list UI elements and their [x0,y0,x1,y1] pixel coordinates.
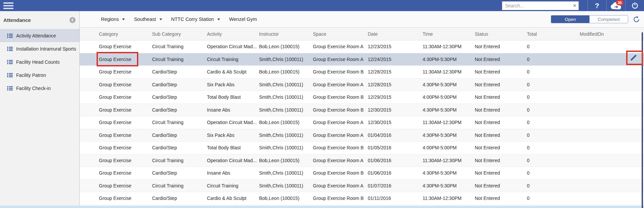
table-row[interactable]: Group ExerciseCircuit TrainingCircuit Tr… [80,180,644,192]
table-cell: 4:30PM-5:30PM [423,82,475,87]
column-header[interactable]: Sub Category [152,31,207,37]
breadcrumb-item[interactable]: Regions [101,17,125,22]
table-cell: Cardio/Step [152,107,207,113]
table-cell: Smith,Chris (100011) [259,57,313,62]
annotation-box-category [97,52,138,66]
table-cell: Six Pack Abs [207,82,259,87]
chevron-left-icon [69,17,76,23]
table-cell: 11:30AM-12:30PM [423,158,475,163]
table-cell: Group Exercise Room B [313,107,368,113]
table-row[interactable]: Group ExerciseCardio/StepInsane AbsSmith… [80,167,644,180]
table-row[interactable]: Group ExerciseCircuit TrainingCircuit Tr… [80,53,644,66]
power-button[interactable] [625,0,644,11]
list-icon [7,86,13,91]
filter-toolbar: Regions Southeast NTTC Corry Station Wen… [80,11,644,28]
completed-tab[interactable]: Completed [589,16,628,23]
table-row[interactable]: Group ExerciseCardio/StepTotal Body Blas… [80,142,644,154]
table-cell: 4:30PM-5:30PM [423,132,475,138]
table-cell: 4:30PM-5:30PM [423,183,475,188]
sidebar-item[interactable]: Facility Check-in [0,82,79,95]
table-cell: 11:30AM-12:30PM [423,196,475,201]
column-header[interactable]: Total [527,31,580,37]
table-cell: Group Exercise Room B [313,145,368,150]
list-icon [7,60,13,64]
table-row[interactable]: Group ExerciseCircuit TrainingOperation … [80,40,644,53]
table-row[interactable]: Group ExerciseCircuit TrainingOperation … [80,154,644,167]
breadcrumb-label: NTTC Corry Station [171,17,214,22]
table-cell: Not Entered [475,145,527,150]
table-cell: 01/07/2016 [368,183,423,188]
table-cell: 0 [527,170,580,176]
table-cell: Group Exercise [80,69,152,75]
sidebar-item[interactable]: Activity Attendance [0,29,79,42]
sidebar-item[interactable]: Facility Patron [0,68,79,82]
sidebar: Attendance Activity Attendance Installat… [0,11,79,208]
search-box: × [502,1,579,10]
table-cell: 0 [527,120,580,125]
column-header[interactable]: Time [423,31,475,37]
sidebar-item[interactable]: Facility Head Counts [0,55,79,68]
column-header[interactable]: Space [313,31,368,37]
table-cell: Group Exercise [80,145,152,150]
breadcrumb-item[interactable]: NTTC Corry Station [171,17,220,22]
table-cell: 4:00PM-5:00PM [423,145,475,150]
column-header[interactable]: Date [368,31,423,37]
column-header[interactable]: Status [475,31,527,37]
table-cell: 0 [527,158,580,163]
table-cell: Bob,Leon (100015) [259,158,313,163]
table-cell: Group Exercise [80,44,152,49]
table-cell: Circuit Training [152,44,207,49]
filter-breadcrumbs: Regions Southeast NTTC Corry Station Wen… [101,16,266,22]
table-row[interactable]: Group ExerciseCardio/StepCardio & Ab Scu… [80,66,644,79]
table-row[interactable]: Group ExerciseCardio/StepSix Pack AbsSmi… [80,79,644,91]
table-cell: Not Entered [475,132,527,138]
sidebar-item-label: Facility Check-in [16,86,51,91]
column-header[interactable]: ModifiedOn [580,31,644,37]
table-cell: 01/11/2016 [368,196,423,201]
list-icon [7,73,13,78]
edit-row-button[interactable] [629,53,638,63]
table-row[interactable]: Group ExerciseCardio/StepTotal Body Blas… [80,91,644,104]
horizontal-scrollbar[interactable] [0,206,644,208]
clear-search-icon[interactable]: × [573,2,576,9]
table-cell: Cardio/Step [152,69,207,75]
open-tab[interactable]: Open [551,16,589,23]
table-row[interactable]: Group ExerciseCardio/StepSix Pack AbsSmi… [80,129,644,142]
table-cell: 4:30PM-5:30PM [423,57,475,62]
help-button[interactable]: ? [587,0,606,11]
table-cell: Group Exercise Room A [313,158,368,163]
column-header[interactable]: Activity [207,31,259,37]
table-cell: Operation Circuit Mad... [207,120,259,125]
table-cell: 0 [527,145,580,150]
collapse-sidebar-button[interactable] [69,17,76,23]
table-cell: Group Exercise Room A [313,183,368,188]
table-row[interactable]: Group ExerciseCircuit TrainingOperation … [80,116,644,129]
table-cell: Cardio/Step [152,82,207,87]
table-cell: 0 [527,132,580,138]
table-cell: Group Exercise [80,170,152,176]
column-header[interactable]: Category [80,31,152,37]
sync-button[interactable]: 35 [606,0,625,11]
table-body: Group ExerciseCircuit TrainingOperation … [80,40,644,205]
hamburger-menu-icon[interactable] [3,2,13,9]
breadcrumb-label: Regions [101,17,119,22]
table-cell: Circuit Training [152,57,207,62]
breadcrumb-item[interactable]: Wenzel Gym [229,17,257,22]
table-cell: 12/24/2015 [368,57,423,62]
table-cell: Smith,Chris (100011) [259,145,313,150]
breadcrumb-item[interactable]: Southeast [134,17,162,22]
table-cell: Bob,Leon (100015) [259,120,313,125]
table-row[interactable]: Group ExerciseCardio/StepCardio & Ab Scu… [80,192,644,205]
table-row[interactable]: Group ExerciseCardio/StepInsane AbsSmith… [80,104,644,117]
sidebar-item-label: Facility Patron [16,72,46,78]
help-icon: ? [595,2,599,10]
table-cell: Operation Circuit Mad... [207,44,259,49]
table-cell: Not Entered [475,57,527,62]
table-cell: Group Exercise Room A [313,57,368,62]
sidebar-item[interactable]: Installation Intramural Sports [0,42,79,55]
column-header[interactable]: Instructor [259,31,313,37]
refresh-button[interactable] [633,16,640,23]
search-input[interactable] [502,1,579,10]
app-window: × ? 35 Attendance [0,0,644,208]
attendance-table: CategorySub CategoryActivityInstructorSp… [80,28,644,205]
